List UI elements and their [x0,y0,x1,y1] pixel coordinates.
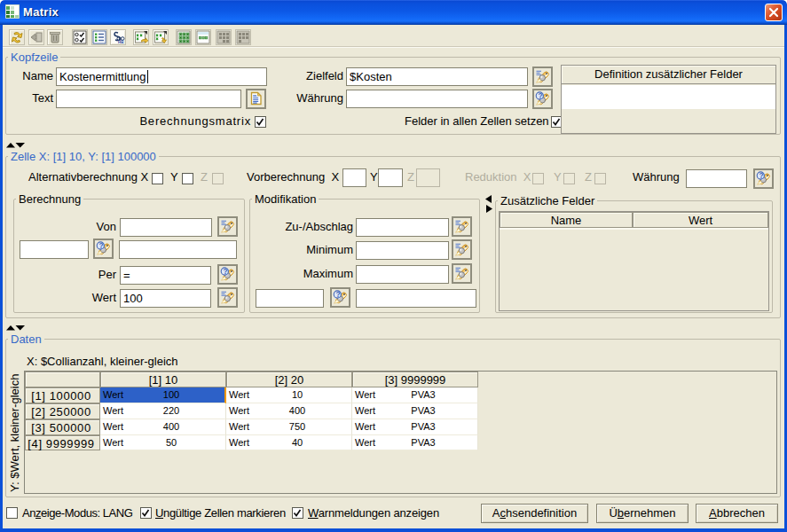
svg-text:?: ? [98,241,103,250]
svg-text:HB: HB [118,40,124,44]
svg-text:?: ? [759,171,763,180]
svg-text:?: ? [223,267,227,276]
svg-text:?: ? [335,290,340,299]
svg-text:?: ? [538,91,542,100]
